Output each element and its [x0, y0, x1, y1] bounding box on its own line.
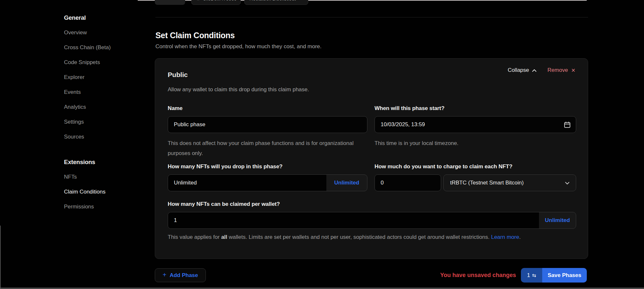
- supply-label: How many NFTs will you drop in this phas…: [168, 163, 282, 170]
- supply-unlimited-toggle[interactable]: Unlimited: [326, 175, 367, 191]
- contract-address-button[interactable]: 0xcDc...4700e9: [191, 0, 241, 5]
- start-datetime-input[interactable]: [375, 117, 576, 133]
- sidebar-item-settings[interactable]: Settings: [64, 115, 142, 129]
- transaction-count: 1: [527, 272, 530, 279]
- learn-more-link[interactable]: Learn more: [491, 234, 519, 240]
- claim-conditions-page: 0xcDc...4700e9 Rootstock Blockscout Gene…: [0, 0, 644, 289]
- per-wallet-input-group: Unlimited: [168, 212, 576, 229]
- phase-card: Collapse Remove ✕ Public Allow any walle…: [155, 58, 588, 259]
- price-label: How much do you want to charge to claim …: [375, 163, 512, 170]
- sidebar: General Overview Cross Chain (Beta) Code…: [64, 10, 142, 214]
- per-wallet-helper-text2: wallets. Limits are set per wallets and …: [227, 234, 491, 240]
- per-wallet-unlimited-toggle[interactable]: Unlimited: [539, 212, 576, 228]
- sidebar-heading-general: General: [64, 10, 142, 25]
- supply-input[interactable]: [168, 175, 326, 191]
- swap-arrows-icon: ⇆: [532, 272, 536, 278]
- transaction-count-button[interactable]: 1 ⇆: [521, 268, 542, 283]
- remove-button[interactable]: Remove ✕: [547, 67, 575, 73]
- collapse-label: Collapse: [508, 67, 529, 73]
- chevron-up-icon: [532, 67, 536, 73]
- sidebar-item-sources[interactable]: Sources: [64, 129, 142, 144]
- viewport-left-edge: [0, 226, 1, 289]
- per-wallet-input[interactable]: [168, 212, 539, 228]
- page-title: Set Claim Conditions: [155, 31, 235, 40]
- supply-input-group: Unlimited: [168, 174, 367, 191]
- viewport-bottom-edge: [0, 288, 644, 289]
- save-phases-button-group: 1 ⇆ Save Phases: [521, 268, 587, 283]
- save-phases-button[interactable]: Save Phases: [542, 268, 587, 283]
- chevron-down-icon: [565, 180, 569, 186]
- per-wallet-helper-bold: all: [221, 234, 227, 240]
- copy-icon: [195, 0, 200, 1]
- per-wallet-helper-text: This value applies for: [168, 234, 221, 240]
- page-subtitle: Control when the NFTs get dropped, how m…: [155, 43, 322, 50]
- remove-label: Remove: [547, 67, 568, 73]
- currency-selected-value: tRBTC (Testnet Smart Bitcoin): [450, 180, 524, 186]
- sidebar-item-overview[interactable]: Overview: [64, 25, 142, 40]
- start-input-wrapper: [375, 116, 576, 133]
- add-phase-label: Add Phase: [170, 272, 198, 279]
- external-link-icon: [299, 0, 303, 1]
- sidebar-item-events[interactable]: Events: [64, 85, 142, 100]
- price-input-wrapper: [375, 174, 441, 191]
- per-wallet-helper: This value applies for all wallets. Limi…: [168, 232, 567, 242]
- sidebar-item-nfts[interactable]: NFTs: [64, 170, 142, 184]
- per-wallet-helper-end: .: [519, 234, 521, 240]
- contract-address-label: 0xcDc...4700e9: [203, 0, 237, 1]
- add-phase-button[interactable]: + Add Phase: [155, 268, 206, 282]
- phase-controls: Collapse Remove ✕: [508, 67, 575, 73]
- block-explorer-button[interactable]: Rootstock Blockscout: [244, 0, 308, 5]
- toolbar-button-clipped[interactable]: [155, 0, 185, 5]
- header-divider: [155, 17, 588, 17]
- sidebar-item-permissions[interactable]: Permissions: [64, 199, 142, 214]
- name-input-wrapper: [168, 116, 367, 133]
- plus-icon: +: [163, 271, 166, 279]
- close-icon: ✕: [571, 67, 575, 73]
- sidebar-item-analytics[interactable]: Analytics: [64, 100, 142, 115]
- price-input[interactable]: [375, 175, 441, 191]
- sidebar-item-claim-conditions[interactable]: Claim Conditions: [64, 184, 142, 199]
- block-explorer-label: Rootstock Blockscout: [249, 0, 296, 1]
- sidebar-item-code-snippets[interactable]: Code Snippets: [64, 55, 142, 70]
- start-helper: This time is in your local timezone.: [375, 138, 459, 148]
- name-input[interactable]: [168, 117, 367, 133]
- sidebar-item-explorer[interactable]: Explorer: [64, 70, 142, 85]
- phase-title: Public: [168, 71, 188, 79]
- currency-select[interactable]: tRBTC (Testnet Smart Bitcoin): [443, 174, 576, 191]
- collapse-button[interactable]: Collapse: [508, 67, 536, 73]
- sidebar-section-gap: [64, 144, 142, 155]
- unsaved-changes-status: You have unsaved changes: [440, 268, 516, 282]
- start-label: When will this phase start?: [375, 105, 444, 112]
- phase-description: Allow any wallet to claim this drop duri…: [168, 86, 309, 93]
- sidebar-item-cross-chain[interactable]: Cross Chain (Beta): [64, 40, 142, 55]
- name-label: Name: [168, 105, 183, 112]
- sidebar-heading-extensions: Extensions: [64, 155, 142, 170]
- per-wallet-label: How many NFTs can be claimed per wallet?: [168, 201, 280, 207]
- calendar-icon[interactable]: [564, 121, 571, 129]
- name-helper: This does not affect how your claim phas…: [168, 138, 358, 158]
